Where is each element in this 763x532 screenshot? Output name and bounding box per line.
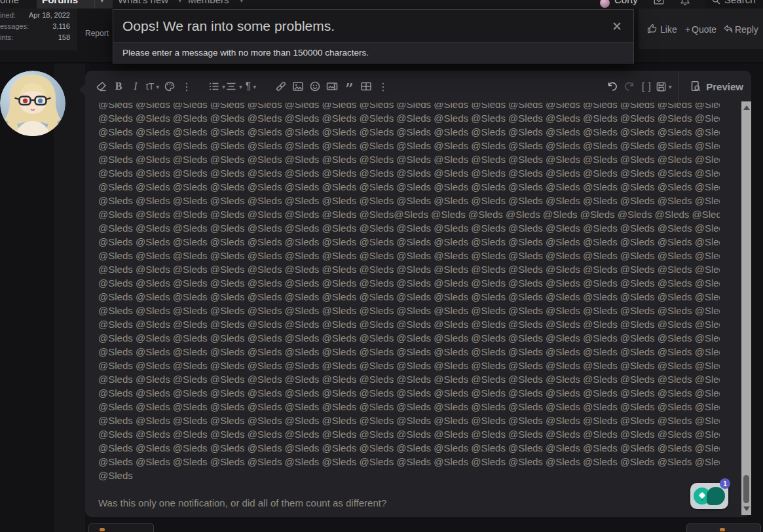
message-line: @Sleds @Sleds @Sleds @Sleds @Sleds @Sled…: [98, 331, 720, 345]
attach-files-button-partial[interactable]: [88, 523, 154, 532]
toolbar-overflow-button-2[interactable]: ⋮: [375, 78, 392, 95]
message-line: @Sleds @Sleds @Sleds @Sleds @Sleds @Sled…: [98, 386, 720, 400]
chevron-down-icon[interactable]: ▾: [100, 0, 104, 5]
insert-media-button[interactable]: [324, 78, 341, 95]
font-size-button[interactable]: tT ▾: [144, 78, 161, 95]
bell-icon[interactable]: [680, 0, 690, 6]
message-line: @Sleds @Sleds @Sleds @Sleds @Sleds @Sled…: [98, 290, 720, 304]
user-info-panel: ined: Apr 18, 2022 essages: 3,116 ints: …: [0, 9, 77, 50]
message-line: @Sleds @Sleds @Sleds @Sleds @Sleds @Sled…: [98, 359, 720, 372]
nav-forums-label: Forums: [42, 0, 78, 5]
chevron-down-icon: ▾: [669, 83, 672, 90]
message-line: @Sleds @Sleds @Sleds @Sleds @Sleds @Sled…: [98, 304, 720, 317]
message-line: @Sleds @Sleds @Sleds @Sleds @Sleds @Sled…: [98, 345, 720, 359]
message-line: @Sleds @Sleds @Sleds @Sleds @Sleds @Sled…: [98, 207, 720, 221]
list-button[interactable]: ▾: [208, 78, 225, 95]
message-line: @Sleds @Sleds @Sleds @Sleds @Sleds @Sled…: [98, 180, 720, 194]
nav-username[interactable]: Corty: [614, 0, 638, 5]
like-icon[interactable]: [647, 24, 658, 34]
search-label: Search: [724, 0, 756, 5]
joined-value: Apr 18, 2022: [29, 11, 70, 19]
message-line: @Sleds @Sleds @Sleds @Sleds @Sleds @Sled…: [98, 372, 720, 386]
preview-button[interactable]: Preview: [679, 71, 743, 102]
toast-message: Please enter a message with no more than…: [122, 48, 369, 58]
blank-line: [98, 482, 720, 496]
points-value: 158: [58, 33, 70, 41]
plus-icon[interactable]: +: [685, 24, 690, 35]
undo-button[interactable]: [604, 78, 621, 95]
insert-link-button[interactable]: [272, 78, 289, 95]
envelope-icon[interactable]: [654, 0, 664, 6]
scroll-down-arrow-icon[interactable]: [743, 506, 750, 511]
points-label: ints:: [0, 33, 13, 41]
top-navbar: ome Forums ▾ What's new ▾ Members ▾ Cort…: [0, 0, 763, 9]
insert-quote-button[interactable]: ”: [341, 78, 358, 95]
question-line: Was this only one notification, or did a…: [98, 496, 720, 510]
toolbar-overflow-button[interactable]: ⋮: [178, 78, 195, 95]
paragraph-format-button[interactable]: ¶ ▾: [242, 78, 259, 95]
message-line: @Sleds @Sleds @Sleds @Sleds @Sleds @Sled…: [98, 125, 720, 139]
joined-label: ined:: [0, 11, 16, 19]
search-icon: [711, 0, 721, 5]
message-line: @Sleds @Sleds @Sleds @Sleds @Sleds @Sled…: [98, 441, 720, 455]
insert-image-button[interactable]: [289, 78, 307, 95]
redo-button[interactable]: [621, 78, 638, 95]
quote-button[interactable]: Quote: [692, 24, 716, 35]
italic-button[interactable]: I: [127, 78, 144, 95]
reply-icon: [720, 528, 725, 531]
scroll-up-arrow-icon[interactable]: [743, 105, 750, 110]
chevron-down-icon[interactable]: ▾: [240, 0, 244, 5]
reply-button[interactable]: Reply: [735, 24, 758, 35]
chevron-down-icon: ▾: [156, 83, 159, 90]
nav-forums-tab[interactable]: Forums ▾: [37, 0, 113, 9]
message-line: @Sleds @Sleds @Sleds @Sleds @Sleds @Sled…: [98, 400, 720, 414]
message-line: @Sleds @Sleds @Sleds @Sleds @Sleds @Sled…: [98, 152, 720, 166]
forum-page: ome Forums ▾ What's new ▾ Members ▾ Cort…: [0, 0, 763, 532]
user-avatar[interactable]: [0, 71, 65, 136]
message-line: @Sleds @Sleds @Sleds @Sleds @Sleds @Sled…: [98, 249, 720, 262]
remove-format-button[interactable]: [93, 78, 110, 95]
grammarly-logo-icon[interactable]: [707, 487, 725, 505]
text-color-button[interactable]: [161, 78, 178, 95]
message-line: @Sleds @Sleds @Sleds @Sleds @Sleds @Sled…: [98, 194, 720, 207]
nav-home[interactable]: ome: [0, 0, 19, 5]
post-reply-button-partial[interactable]: [686, 523, 761, 532]
drafts-button[interactable]: ▾: [655, 78, 672, 95]
tab-divider: [94, 0, 95, 9]
nav-members[interactable]: Members: [188, 0, 229, 5]
paragraph-glyph: ¶: [246, 80, 251, 92]
grammarly-widget[interactable]: 1: [690, 483, 728, 509]
insert-table-button[interactable]: [358, 78, 375, 95]
toast-message-bar: Please enter a message with no more than…: [113, 43, 633, 63]
suggestion-count-badge: 1: [720, 478, 730, 489]
message-line: @Sleds @Sleds @Sleds @Sleds @Sleds @Sled…: [98, 414, 720, 427]
message-line: @Sleds @Sleds @Sleds @Sleds @Sleds @Sled…: [98, 427, 720, 441]
message-cell-gutter: [54, 63, 85, 532]
chevron-down-icon[interactable]: ▾: [178, 0, 182, 5]
nav-whats-new[interactable]: What's new: [118, 0, 168, 5]
message-line: @Sleds @Sleds @Sleds @Sleds @Sleds @Sled…: [98, 166, 720, 180]
preview-label: Preview: [706, 81, 743, 92]
scrollbar-thumb[interactable]: [743, 475, 749, 503]
toast-title-bar: Oops! We ran into some problems.: [113, 10, 633, 43]
message-line: @Sleds @Sleds @Sleds @Sleds @Sleds @Sled…: [98, 103, 720, 111]
messages-value: 3,116: [52, 22, 70, 30]
reply-arrow-icon[interactable]: [723, 24, 734, 34]
smilies-button[interactable]: [307, 78, 324, 95]
message-line: @Sleds @Sleds @Sleds @Sleds @Sleds @Sled…: [98, 235, 720, 249]
user-mini-avatar[interactable]: [600, 0, 610, 8]
bold-button[interactable]: B: [110, 78, 127, 95]
preview-icon: [690, 80, 701, 92]
user-info-row: ints: 158: [0, 33, 70, 43]
messages-label: essages:: [0, 22, 29, 30]
editor-content[interactable]: @Sleds @Sleds @Sleds @Sleds @Sleds @Sled…: [98, 103, 720, 515]
nav-search[interactable]: Search: [705, 0, 763, 9]
editor-scrollbar[interactable]: [741, 101, 751, 515]
message-line: @Sleds @Sleds @Sleds @Sleds @Sleds @Sled…: [98, 139, 720, 152]
like-button[interactable]: Like: [660, 24, 677, 35]
toggle-bbcode-button[interactable]: [ ]: [638, 78, 655, 95]
user-info-row: ined: Apr 18, 2022: [0, 11, 70, 20]
close-icon[interactable]: [610, 19, 624, 33]
alignment-button[interactable]: ▾: [225, 78, 242, 95]
report-link[interactable]: Report: [85, 29, 109, 38]
